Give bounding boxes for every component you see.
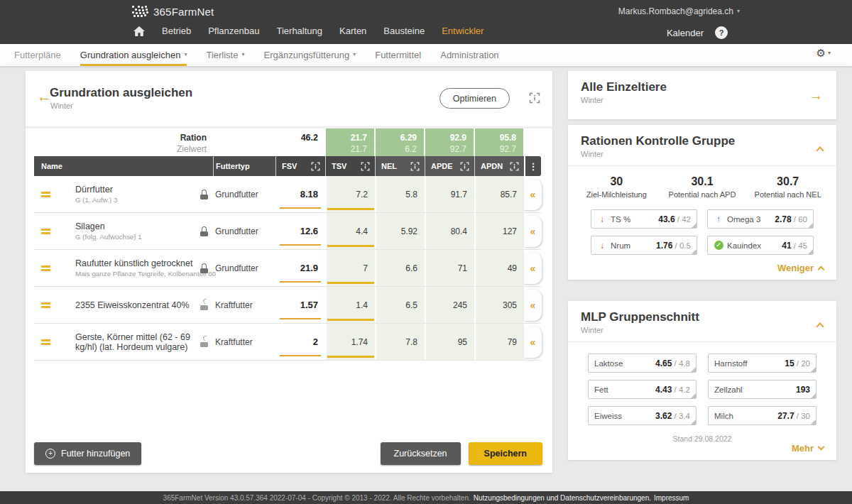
lock-icon[interactable]	[200, 190, 208, 202]
nav-item-pflanzenbau[interactable]: Pflanzenbau	[208, 26, 259, 36]
logo-text: 365FarmNet	[153, 6, 214, 18]
double-chevron-left-icon: «	[530, 190, 536, 199]
chip-zellzahl[interactable]: Zellzahl 193	[708, 380, 816, 399]
lock-icon[interactable]	[200, 263, 208, 276]
collapse-chevron-icon[interactable]	[817, 319, 823, 332]
chip-omega3[interactable]: ↑ Omega 3 2.78 / 60	[707, 209, 814, 229]
weniger-toggle[interactable]: Weniger	[777, 263, 824, 273]
collapse-chevron-icon[interactable]	[817, 143, 823, 156]
chip-kauindex[interactable]: ✓ Kauindex 41 / 45	[707, 236, 814, 255]
mlp-title: MLP Gruppenschnitt	[581, 310, 824, 324]
topbar-right: Kalender ?	[667, 26, 728, 39]
tsv-input[interactable]: 4.4	[325, 213, 375, 249]
row-collapse-button[interactable]: «	[524, 253, 542, 284]
bracket-info-icon[interactable]	[529, 92, 540, 104]
feed-name: 2355 Eiweisskonzentrat 40%	[75, 300, 213, 310]
row-collapse-button[interactable]: «	[524, 290, 542, 321]
plus-circle-icon: +	[45, 449, 55, 459]
col-header-futtertyp: Futtertyp	[213, 156, 275, 176]
fsv-input[interactable]: 12.6	[275, 213, 325, 249]
bracket-info-icon[interactable]	[311, 162, 320, 171]
nel-value: 5.8	[375, 176, 425, 212]
nav-item-entwickler[interactable]: Entwickler	[442, 26, 484, 36]
footer: 365FarmNet Version 43.0.57.364 2022-07-0…	[0, 491, 852, 504]
drag-handle-icon[interactable]	[41, 339, 50, 345]
drag-handle-icon[interactable]	[41, 192, 50, 197]
nav-item-betrieb[interactable]: Betrieb	[162, 26, 191, 36]
reset-button[interactable]: Zurücksetzen	[381, 442, 461, 465]
bracket-info-icon[interactable]	[361, 162, 370, 171]
subnav: Futterpläne Grundration ausgleichen▾ Tie…	[0, 44, 852, 66]
save-button[interactable]: Speichern	[469, 442, 542, 465]
nav-item-karten[interactable]: Karten	[339, 26, 366, 36]
tab-futtermittel[interactable]: Futtermittel	[375, 44, 421, 66]
kalender-link[interactable]: Kalender	[667, 28, 704, 38]
fsv-input[interactable]: 1.57	[275, 287, 325, 323]
tsv-input[interactable]: 7.2	[325, 176, 375, 212]
chevron-down-icon: ▾	[353, 52, 356, 57]
nel-value: 7.8	[375, 324, 425, 360]
bracket-info-icon[interactable]	[460, 162, 469, 171]
fsv-input[interactable]: 8.18	[275, 176, 325, 212]
chip-laktose[interactable]: Laktose 4.65 / 4.8	[588, 354, 697, 373]
bracket-info-icon[interactable]	[510, 162, 519, 171]
drag-handle-icon[interactable]	[41, 265, 50, 271]
optimize-button[interactable]: Optimieren	[439, 88, 510, 109]
tab-ergaenzungsfuetterung[interactable]: Ergänzungsfütterung▾	[263, 44, 356, 66]
topbar: 365FarmNet Markus.Rombach@agridea.ch ▾ B…	[0, 0, 852, 44]
arrow-right-icon[interactable]: →	[809, 88, 823, 102]
row-collapse-button[interactable]: «	[524, 327, 542, 358]
chip-ts[interactable]: ↓ TS % 43.6 / 42	[591, 209, 697, 229]
zielwert-label: Zielwert	[111, 143, 207, 155]
mlp-chips: Laktose 4.65 / 4.8 Harnstoff 15 / 20 Fet…	[568, 354, 836, 425]
tab-administration[interactable]: Administration	[440, 44, 498, 66]
app-logo[interactable]: 365FarmNet	[131, 5, 214, 18]
drag-handle-icon[interactable]	[41, 302, 50, 308]
feed-type: Kraftfutter	[213, 287, 275, 323]
row-collapse-button[interactable]: «	[524, 216, 542, 247]
feed-name: Raufutter künstlich getrocknet	[75, 258, 216, 268]
nav-item-bausteine[interactable]: Bausteine	[383, 26, 425, 36]
add-feed-button[interactable]: + Futter hinzufügen	[34, 442, 141, 465]
mehr-toggle[interactable]: Mehr	[792, 443, 824, 454]
double-chevron-left-icon: «	[530, 263, 536, 273]
row-collapse-button[interactable]: «	[524, 179, 542, 210]
apde-value: 245	[425, 287, 474, 323]
terms-link[interactable]: Nutzungsbedingungen und Datenschutzverei…	[474, 494, 651, 502]
table-row: Gerste, Körner mittel (62 - 69 kg/hl) (l…	[34, 324, 541, 361]
settings-menu[interactable]: ⚙ ▾	[816, 48, 831, 58]
arrow-down-icon: ↓	[597, 241, 607, 250]
einzeltiere-card[interactable]: Alle Einzeltiere Winter →	[568, 71, 836, 119]
feed-name: Silagen	[75, 221, 213, 231]
tab-grundration-ausgleichen[interactable]: Grundration ausgleichen▾	[80, 44, 187, 66]
feed-name: Dürrfutter	[75, 185, 213, 195]
imprint-link[interactable]: Impressum	[654, 494, 689, 502]
nav-item-tierhaltung[interactable]: Tierhaltung	[276, 26, 322, 36]
tsv-input[interactable]: 1.4	[325, 287, 375, 323]
fsv-input[interactable]: 2	[275, 324, 325, 360]
chevron-down-icon: ▾	[241, 52, 244, 57]
help-icon[interactable]: ?	[715, 26, 728, 39]
chip-nrum[interactable]: ↓ Nrum 1.76 / 0.5	[591, 236, 697, 255]
user-menu[interactable]: Markus.Rombach@agridea.ch ▾	[618, 6, 740, 16]
tsv-input[interactable]: 7	[325, 250, 375, 286]
lock-icon[interactable]	[200, 226, 208, 239]
kontrolle-stats: 30 Ziel-Milchleistung 30.1 Potential nac…	[568, 166, 836, 199]
tsv-input[interactable]: 1.74	[325, 324, 375, 360]
home-icon[interactable]	[133, 26, 145, 36]
lock-open-icon[interactable]	[200, 300, 208, 313]
chip-fett[interactable]: Fett 4.43 / 4.2	[588, 380, 697, 399]
table-menu-button[interactable]: ⋮	[525, 156, 541, 176]
drag-handle-icon[interactable]	[41, 229, 50, 234]
lock-open-icon[interactable]	[200, 337, 208, 350]
chip-eiweiss[interactable]: Eiweiss 3.62 / 3.4	[588, 406, 697, 425]
nel-value: 6.5	[375, 287, 425, 323]
tab-tierliste[interactable]: Tierliste▾	[206, 44, 244, 66]
fsv-input[interactable]: 21.9	[275, 250, 325, 286]
tab-futterplaene[interactable]: Futterpläne	[14, 44, 61, 66]
table-body: Dürrfutter G (1. Aufw.) 3 Grundfutter 8.…	[34, 176, 541, 361]
vertical-dots-icon: ⋮	[529, 162, 538, 171]
chip-harnstoff[interactable]: Harnstoff 15 / 20	[708, 354, 816, 373]
bracket-info-icon[interactable]	[410, 162, 420, 171]
chip-milch[interactable]: Milch 27.7 / 30	[708, 406, 816, 425]
